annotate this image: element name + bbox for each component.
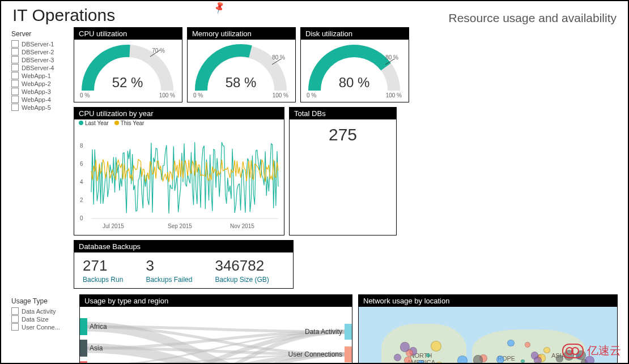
usage-item-1[interactable]: Data Size [11, 315, 74, 323]
watermark-text: 亿速云 [587, 343, 621, 358]
checkbox-icon[interactable] [11, 307, 19, 315]
checkbox-icon[interactable] [11, 104, 19, 111]
gauge-memory-max: 100 % [273, 92, 288, 99]
server-item-7[interactable]: WebApp-4 [11, 96, 74, 103]
gauge-disk-min: 0 % [307, 92, 316, 99]
row-bottom: Usage Type Data ActivityData SizeUser Co… [1, 289, 628, 364]
checkbox-icon[interactable] [11, 323, 19, 331]
watermark-icon [562, 344, 584, 358]
tile-cpu-by-year[interactable]: CPU utilization by year Last Year This Y… [74, 107, 284, 235]
server-item-5[interactable]: WebApp-2 [11, 80, 74, 87]
backups-title: Database Backups [74, 241, 293, 252]
checkbox-icon[interactable] [11, 315, 19, 323]
map-bubble[interactable] [404, 357, 411, 364]
header: IT Operations Resource usage and availab… [1, 1, 628, 27]
backup-kpi-0: 271Backups Run [83, 257, 123, 284]
checkbox-icon[interactable] [11, 64, 19, 71]
gauge-memory-min: 0 % [193, 92, 203, 99]
sankey-source-1[interactable]: Asia [80, 340, 103, 357]
gauge-disk-value: 80 % [301, 75, 407, 91]
server-item-4[interactable]: WebApp-1 [11, 72, 74, 79]
tile-backups[interactable]: Database Backups 271Backups Run3Backups … [74, 240, 294, 289]
sankey-title: Usage by type and region [80, 295, 352, 307]
sankey-source-2[interactable]: South America [80, 361, 134, 364]
map-bubble[interactable] [457, 356, 467, 364]
sankey-target-1[interactable]: User Connections [288, 346, 352, 362]
tile-cpu-title: CPU utilization [74, 28, 182, 40]
map-bubble[interactable] [426, 353, 430, 357]
gauge-cpu-min: 0 % [80, 92, 90, 99]
gauge-cpu-max: 100 % [159, 92, 175, 99]
map-title: Network usage by location [359, 295, 617, 307]
legend-last-year: Last Year [85, 120, 109, 126]
usage-item-0[interactable]: Data Activity [11, 307, 74, 315]
gauge-cpu: 70 % 52 % 0 % 100 % [74, 40, 181, 102]
svg-text:Sep 2015: Sep 2015 [168, 223, 192, 229]
checkbox-icon[interactable] [11, 72, 19, 79]
watermark: 亿速云 [562, 343, 621, 358]
tile-disk-title: Disk utilization [301, 28, 409, 40]
total-dbs-title: Total DBs [290, 108, 396, 119]
legend-this-year: This Year [121, 120, 144, 126]
server-item-6[interactable]: WebApp-3 [11, 88, 74, 95]
tile-disk[interactable]: Disk utilization 80 % 80 % 0 % 100 % [300, 27, 409, 102]
map-bubble[interactable] [543, 347, 550, 353]
sankey-target-0[interactable]: Data Activity [305, 324, 352, 340]
svg-text:0: 0 [80, 215, 83, 221]
row-top: Server DBServer-1DBServer-2DBServer-3DBS… [1, 27, 628, 289]
tile-cpu[interactable]: CPU utilization 70 % 52 % 0 % 100 % [74, 27, 182, 102]
filter-usage-type: Usage Type Data ActivityData SizeUser Co… [11, 294, 74, 364]
gauge-memory-value: 58 % [188, 75, 294, 91]
svg-text:Jul 2015: Jul 2015 [103, 223, 124, 229]
server-item-8[interactable]: WebApp-5 [11, 104, 74, 111]
server-item-0[interactable]: DBServer-1 [11, 40, 74, 48]
checkbox-icon[interactable] [11, 80, 19, 87]
page-title: IT Operations [12, 6, 115, 25]
svg-text:6: 6 [80, 161, 83, 167]
checkbox-icon[interactable] [11, 88, 19, 95]
backup-kpi-1: 3Backups Failed [146, 257, 192, 284]
checkbox-icon[interactable] [11, 40, 19, 48]
tile-memory-title: Memory utilization [188, 28, 295, 40]
svg-text:2: 2 [80, 197, 83, 203]
total-dbs-value: 275 [290, 119, 396, 150]
gauge-memory-target: 80 % [272, 54, 285, 61]
filter-server-label: Server [11, 30, 74, 38]
tile-sankey[interactable]: Usage by type and region AfricaAsiaSouth… [79, 294, 352, 364]
svg-text:8: 8 [80, 143, 83, 149]
backup-kpi-2: 346782Backup Size (GB) [215, 257, 269, 284]
dashboard-frame: 📌 IT Operations Resource usage and avail… [0, 0, 629, 364]
map-bubble[interactable] [473, 355, 483, 364]
svg-text:4: 4 [80, 179, 83, 185]
tile-total-dbs[interactable]: Total DBs 275 [289, 107, 397, 235]
tile-cpu-year-title: CPU utilization by year [74, 108, 284, 119]
checkbox-icon[interactable] [11, 56, 19, 63]
tile-memory[interactable]: Memory utilization 80 % 58 % 0 % 100 % [187, 27, 296, 102]
usage-item-2[interactable]: User Conne... [11, 323, 74, 331]
map-bubble[interactable] [418, 360, 424, 365]
filter-usage-type-label: Usage Type [11, 297, 74, 305]
map-bubble[interactable] [521, 359, 524, 363]
svg-text:Nov 2015: Nov 2015 [230, 223, 254, 229]
tiles-top: CPU utilization 70 % 52 % 0 % 100 % Memo… [74, 27, 618, 289]
gauge-disk-max: 100 % [386, 92, 402, 99]
sankey-body: AfricaAsiaSouth AmericaEuropeNorth Ameri… [80, 307, 352, 364]
sankey-source-0[interactable]: Africa [80, 318, 107, 335]
gauge-disk-target: 80 % [385, 54, 398, 61]
filter-server: Server DBServer-1DBServer-2DBServer-3DBS… [11, 27, 74, 289]
page-subtitle: Resource usage and availability [448, 11, 617, 25]
server-item-2[interactable]: DBServer-3 [11, 56, 74, 63]
cpu-year-legend: Last Year This Year [79, 120, 144, 126]
cpu-year-chart: 8 6 4 2 0 Jul 2015 Sep 2015 Nov 2015 [74, 119, 283, 233]
checkbox-icon[interactable] [11, 48, 19, 55]
gauge-cpu-value: 52 % [74, 75, 181, 91]
checkbox-icon[interactable] [11, 96, 19, 103]
map-bubble[interactable] [496, 356, 504, 363]
gauge-memory: 80 % 58 % 0 % 100 % [188, 40, 294, 102]
server-item-3[interactable]: DBServer-4 [11, 64, 74, 71]
server-item-1[interactable]: DBServer-2 [11, 48, 74, 55]
gauge-disk: 80 % 80 % 0 % 100 % [301, 40, 407, 102]
gauge-cpu-target: 70 % [152, 48, 165, 54]
